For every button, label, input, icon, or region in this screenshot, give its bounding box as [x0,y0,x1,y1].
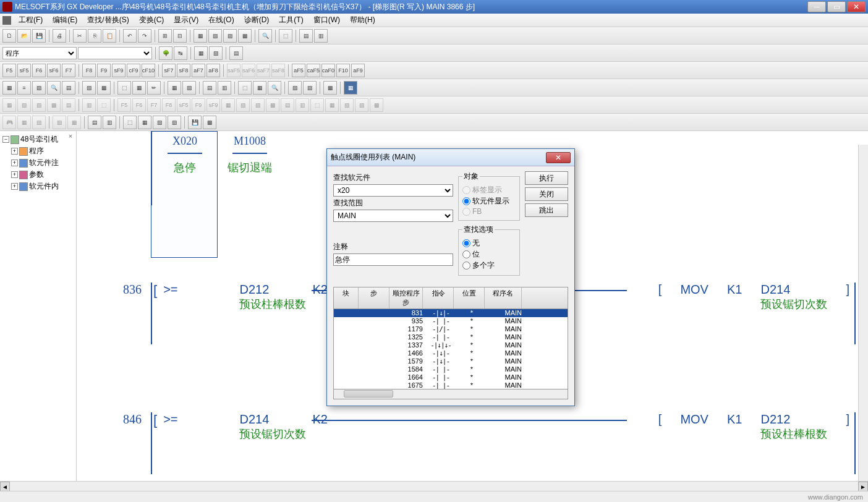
tool-btn-6[interactable]: ▩ [238,29,252,43]
copy-button[interactable]: ⎘ [88,29,101,43]
result-row[interactable]: 1579-|↓|-*MAIN [334,357,568,365]
compare-836[interactable]: [ >= D212预设柱棒根数 K2 [153,283,328,312]
result-row[interactable]: 831-|↓|-*MAIN [334,309,568,317]
output-846[interactable]: [ MOV K1 D212预设柱棒根数 ] [658,412,849,441]
ladder-btn-1[interactable]: ▦ [194,46,208,60]
result-row[interactable]: 1466-|↓|-*MAIN [334,349,568,357]
minimize-button[interactable]: ─ [807,1,826,12]
t4-18[interactable]: ▧ [288,81,302,95]
app-inst-button[interactable]: F8 [82,64,96,77]
t6-13[interactable]: ▩ [203,116,216,129]
t4-3[interactable]: ▨ [32,81,46,95]
col-inst[interactable]: 指令 [423,287,454,308]
tree-device-comment[interactable]: + 软元件注 [2,157,74,169]
tool-btn-4[interactable]: ▧ [208,29,222,43]
find-button[interactable]: 🔍 [258,29,272,43]
t6-9[interactable]: ▦ [138,116,151,129]
contact-no-button[interactable]: F5 [2,64,16,77]
t4-4[interactable]: 🔍 [47,81,61,95]
t6-6[interactable]: ▤ [88,116,101,129]
result-row[interactable]: 1584-| |-*MAIN [334,365,568,373]
t4-9[interactable]: ▦ [132,81,146,95]
compare-846[interactable]: [ >= D214预设锯切次数 K2 [153,412,328,441]
falling-button[interactable]: sF8 [177,64,190,77]
t6-12[interactable]: 💾 [188,116,202,129]
tool-btn-1[interactable]: ⊞ [158,29,172,43]
menu-help[interactable]: 帮助(H) [345,14,380,27]
result-row[interactable]: 1179-|/|-*MAIN [334,325,568,333]
ladder-btn-3[interactable]: ▤ [229,46,243,60]
paste-button[interactable]: 📋 [103,29,116,43]
sidebar-close-icon[interactable]: × [66,132,75,141]
t6-8[interactable]: ⬚ [123,116,137,129]
del-vline-button[interactable]: cF10 [142,64,155,77]
undo-button[interactable]: ↶ [123,29,137,43]
search-device-select[interactable]: x20 [333,184,453,197]
contact-m1008[interactable]: M1008 锯切退端 [219,135,281,175]
t4-14[interactable]: ▥ [218,81,231,95]
menu-convert[interactable]: 变换(C) [134,14,169,27]
tool-btn-3[interactable]: ▦ [194,29,207,43]
expand-icon[interactable]: + [11,160,18,166]
rising-button[interactable]: sF7 [162,64,176,77]
maximize-button[interactable]: ▭ [827,1,846,12]
del-hline-button[interactable]: cF9 [127,64,140,77]
open-button[interactable]: 📂 [17,29,31,43]
scroll-right-button[interactable]: ► [858,482,868,491]
menu-tools[interactable]: 工具(T) [274,14,308,27]
close-dialog-button[interactable]: 关闭 [525,187,568,201]
scroll-left-button[interactable]: ◄ [0,482,10,491]
t6-7[interactable]: ▥ [103,116,116,129]
result-row[interactable]: 935-| |-*MAIN [334,317,568,325]
expand-icon[interactable]: − [2,136,9,143]
col-prog[interactable]: 程序名 [485,287,522,308]
sym-caf10-button[interactable]: caF0 [321,64,335,77]
new-button[interactable]: 🗋 [2,29,16,43]
tool-btn-8[interactable]: ▤ [299,29,313,43]
result-row[interactable]: 1675-| |-*MAIN [334,381,568,389]
tree-device-memory[interactable]: + 软元件内 [2,181,74,192]
t4-5[interactable]: ▤ [62,81,75,95]
save-button[interactable]: 💾 [32,29,46,43]
contact-nc-or-button[interactable]: sF6 [47,64,61,77]
ladder-btn-2[interactable]: ▧ [209,46,223,60]
expand-icon[interactable]: + [11,171,18,178]
t4-monitor[interactable]: ▦ [344,81,357,95]
tree-parameter[interactable]: + 参数 [2,169,74,181]
sym-af5-button[interactable]: aF5 [292,64,305,77]
program-name-select[interactable] [78,47,152,59]
option-multiword-radio[interactable]: 多个字 [462,260,516,271]
vline-button[interactable]: sF9 [112,64,126,77]
tree-view-button[interactable]: 🌳 [159,46,172,60]
col-pos[interactable]: 位置 [454,287,485,308]
col-block[interactable]: 块 [334,287,359,308]
jump-button[interactable]: 跳出 [525,203,568,217]
menu-project[interactable]: 工程(F) [14,14,48,27]
tree-root[interactable]: − 48号牵引机 [2,134,74,145]
tool-btn-9[interactable]: ▥ [314,29,328,43]
result-list-body[interactable]: 831-|↓|-*MAIN935-| |-*MAIN1179-|/|-*MAIN… [333,309,568,389]
option-bit-radio[interactable]: 位 [462,249,516,260]
sym-af9-button[interactable]: aF9 [351,64,365,77]
t4-15[interactable]: ⬚ [238,81,252,95]
t4-11[interactable]: ▦ [168,81,181,95]
t4-19[interactable]: ▨ [303,81,317,95]
option-none-radio[interactable]: 无 [462,238,516,249]
dialog-close-button[interactable]: ✕ [546,152,571,163]
t4-6[interactable]: ▧ [82,81,96,95]
sym-f10-button[interactable]: F10 [336,64,350,77]
comment-field[interactable] [333,253,453,266]
cut-button[interactable]: ✂ [73,29,87,43]
contact-x020[interactable]: X020 急停 [154,135,216,175]
horizontal-scrollbar[interactable]: ◄ ► [0,481,868,491]
t4-20[interactable]: ▩ [323,81,337,95]
menu-window[interactable]: 窗口(W) [308,14,345,27]
close-button[interactable]: ✕ [847,1,866,12]
output-836[interactable]: [ MOV K1 D214预设锯切次数 ] [658,283,849,312]
tool-btn-7[interactable]: ⬚ [279,29,292,43]
t6-10[interactable]: ▧ [153,116,166,129]
expand-icon[interactable]: + [11,183,18,190]
t4-7[interactable]: ▩ [97,81,111,95]
redo-button[interactable]: ↷ [138,29,151,43]
t4-16[interactable]: ▦ [253,81,266,95]
